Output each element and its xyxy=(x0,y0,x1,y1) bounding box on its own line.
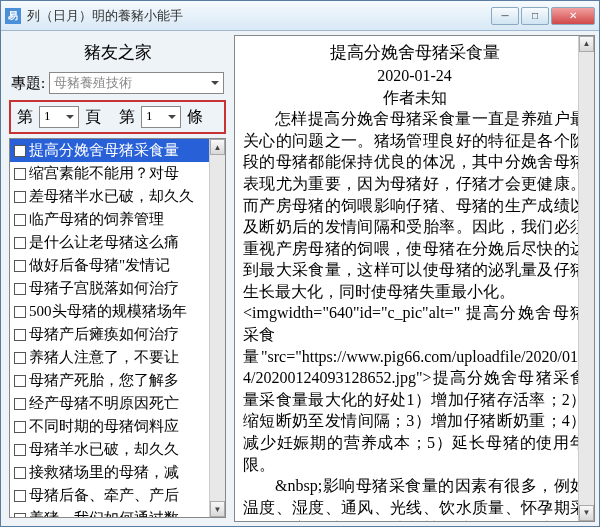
close-button[interactable]: ✕ xyxy=(551,7,595,25)
scroll-up-icon[interactable]: ▲ xyxy=(210,139,225,155)
checkbox-icon[interactable] xyxy=(14,421,26,433)
pager-row: 第 1 頁 第 1 條 xyxy=(9,100,226,134)
article-title: 提高分娩舍母猪采食量 xyxy=(243,42,586,65)
list-item-label: 经产母猪不明原因死亡 xyxy=(29,394,179,413)
checkbox-icon[interactable] xyxy=(14,214,26,226)
list-item[interactable]: 不同时期的母猪饲料应 xyxy=(10,415,225,438)
checkbox-icon[interactable] xyxy=(14,490,26,502)
list-item[interactable]: 母猪产死胎，您了解多 xyxy=(10,369,225,392)
article-date: 2020-01-24 xyxy=(243,65,586,87)
topic-row: 專題: 母豬養殖技術 xyxy=(5,68,230,98)
topic-select[interactable]: 母豬養殖技術 xyxy=(49,72,224,94)
list-item[interactable]: 差母猪半水已破，却久久 xyxy=(10,185,225,208)
list-item[interactable]: 母猪后备、牵产、产后 xyxy=(10,484,225,507)
window-title: 列（日月）明的養豬小能手 xyxy=(27,7,491,25)
pager-tiao: 條 xyxy=(187,107,203,128)
list-item-label: 母猪后备、牵产、产后 xyxy=(29,486,179,505)
pager-ye: 頁 xyxy=(85,107,101,128)
maximize-button[interactable]: □ xyxy=(521,7,549,25)
list-item-label: 母猪产死胎，您了解多 xyxy=(29,371,179,390)
article-paragraph-1: 怎样提高分娩舍母猪采食量一直是养殖户最关心的问题之一。猪场管理良好的特征是各个阶… xyxy=(243,108,586,302)
checkbox-icon[interactable] xyxy=(14,329,26,341)
list-item[interactable]: 母猪产后瘫痪如何治疗 xyxy=(10,323,225,346)
list-item[interactable]: 500头母猪的规模猪场年 xyxy=(10,300,225,323)
app-window: 易 列（日月）明的養豬小能手 ─ □ ✕ 豬友之家 專題: 母豬養殖技術 第 1… xyxy=(0,0,600,527)
checkbox-icon[interactable] xyxy=(14,237,26,249)
article-img-raw-1: <imgwidth="640"id="c_pic"alt=" 提高分娩舍母猪采食 xyxy=(243,302,586,345)
list-item-label: 养猪，我们如何通过数 xyxy=(29,509,179,517)
list-item[interactable]: 是什么让老母猪这么痛 xyxy=(10,231,225,254)
checkbox-icon[interactable] xyxy=(14,444,26,456)
checkbox-icon[interactable] xyxy=(14,191,26,203)
checkbox-icon[interactable] xyxy=(14,398,26,410)
app-icon: 易 xyxy=(5,8,21,24)
checkbox-icon[interactable] xyxy=(14,375,26,387)
checkbox-icon[interactable] xyxy=(14,467,26,479)
content-area: 豬友之家 專題: 母豬養殖技術 第 1 頁 第 1 條 提高分娩舍母猪采食量缩宫… xyxy=(1,31,599,526)
list-item[interactable]: 养猪，我们如何通过数 xyxy=(10,507,225,517)
article-panel: 提高分娩舍母猪采食量 2020-01-24 作者未知 怎样提高分娩舍母猪采食量一… xyxy=(234,35,595,522)
list-item-label: 是什么让老母猪这么痛 xyxy=(29,233,179,252)
page-select[interactable]: 1 xyxy=(39,106,79,128)
pager-di-2: 第 xyxy=(119,107,135,128)
list-item-label: 做好后备母猪"发情记 xyxy=(29,256,170,275)
checkbox-icon[interactable] xyxy=(14,306,26,318)
article-img-raw-2: 量"src="https://www.pig66.com/uploadfile/… xyxy=(243,346,586,476)
window-controls: ─ □ ✕ xyxy=(491,7,595,25)
list-item[interactable]: 提高分娩舍母猪采食量 xyxy=(10,139,225,162)
scroll-down-icon[interactable]: ▼ xyxy=(579,505,594,521)
list-item[interactable]: 养猪人注意了，不要让 xyxy=(10,346,225,369)
article-author: 作者未知 xyxy=(243,87,586,109)
list-item-label: 缩宫素能不能用？对母 xyxy=(29,164,179,183)
list-item[interactable]: 缩宫素能不能用？对母 xyxy=(10,162,225,185)
article-paragraph-2: &nbsp;影响母猪采食量的因素有很多，例如温度、湿度、通风、光线、饮水质量、怀… xyxy=(243,475,586,522)
panel-title: 豬友之家 xyxy=(5,35,230,68)
topic-label: 專題: xyxy=(11,74,45,93)
list-item[interactable]: 临产母猪的饲养管理 xyxy=(10,208,225,231)
list-item-label: 临产母猪的饲养管理 xyxy=(29,210,164,229)
list-item-label: 母猪产后瘫痪如何治疗 xyxy=(29,325,179,344)
list-item-label: 差母猪半水已破，却久久 xyxy=(29,187,194,206)
list-item[interactable]: 经产母猪不明原因死亡 xyxy=(10,392,225,415)
titlebar: 易 列（日月）明的養豬小能手 ─ □ ✕ xyxy=(1,1,599,31)
pager-di-1: 第 xyxy=(17,107,33,128)
list-item-label: 提高分娩舍母猪采食量 xyxy=(29,141,179,160)
article-list: 提高分娩舍母猪采食量缩宫素能不能用？对母差母猪半水已破，却久久临产母猪的饲养管理… xyxy=(9,138,226,518)
item-select[interactable]: 1 xyxy=(141,106,181,128)
list-item[interactable]: 接救猪场里的母猪，减 xyxy=(10,461,225,484)
left-panel: 豬友之家 專題: 母豬養殖技術 第 1 頁 第 1 條 提高分娩舍母猪采食量缩宫… xyxy=(5,35,230,522)
article-scrollbar[interactable]: ▲ ▼ xyxy=(578,36,594,521)
checkbox-icon[interactable] xyxy=(14,352,26,364)
checkbox-icon[interactable] xyxy=(14,260,26,272)
checkbox-icon[interactable] xyxy=(14,145,26,157)
checkbox-icon[interactable] xyxy=(14,168,26,180)
checkbox-icon[interactable] xyxy=(14,513,26,518)
minimize-button[interactable]: ─ xyxy=(491,7,519,25)
list-item-label: 不同时期的母猪饲料应 xyxy=(29,417,179,436)
checkbox-icon[interactable] xyxy=(14,283,26,295)
list-item-label: 接救猪场里的母猪，减 xyxy=(29,463,179,482)
list-item[interactable]: 母猪子宫脱落如何治疗 xyxy=(10,277,225,300)
list-item-label: 养猪人注意了，不要让 xyxy=(29,348,179,367)
list-item-label: 母猪子宫脱落如何治疗 xyxy=(29,279,179,298)
list-item-label: 母猪羊水已破，却久久 xyxy=(29,440,179,459)
list-item[interactable]: 母猪羊水已破，却久久 xyxy=(10,438,225,461)
list-item-label: 500头母猪的规模猪场年 xyxy=(29,302,187,321)
list-scrollbar[interactable]: ▲ ▼ xyxy=(209,139,225,517)
scroll-up-icon[interactable]: ▲ xyxy=(579,36,594,52)
scroll-down-icon[interactable]: ▼ xyxy=(210,501,225,517)
list-item[interactable]: 做好后备母猪"发情记 xyxy=(10,254,225,277)
